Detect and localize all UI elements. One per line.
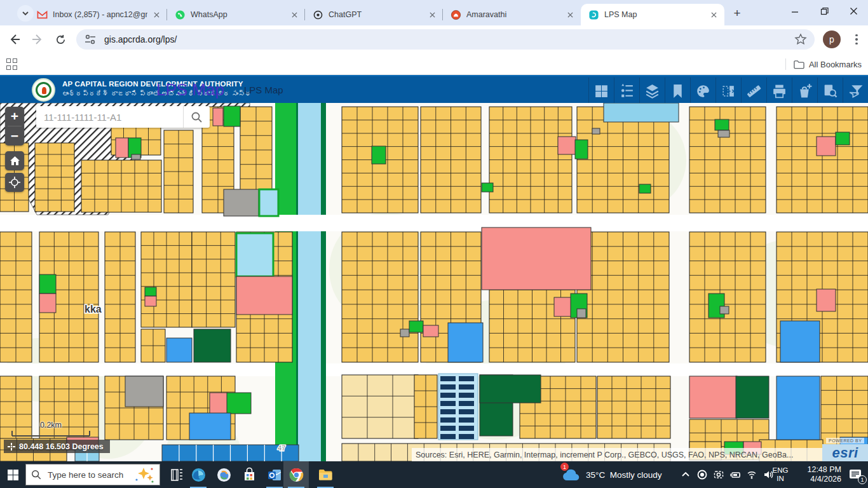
chevron-up-tray-icon[interactable]	[677, 461, 694, 488]
tab-lps-map[interactable]: LPS Map	[581, 4, 724, 25]
parcel-search-button[interactable]	[183, 106, 210, 128]
legend-icon[interactable]	[614, 78, 639, 104]
tab-strip: Inbox (2,857) - apnc12@gmaWhatsAppChatGP…	[0, 0, 868, 25]
taskbar-clock[interactable]: 12:48 PM 4/4/2026	[794, 461, 841, 488]
parcel-block	[192, 232, 235, 327]
new-tab-button[interactable]: +	[729, 6, 745, 21]
scale-label: 0.2km	[11, 421, 90, 430]
parcel-search-input[interactable]	[36, 106, 183, 128]
tab-close-icon[interactable]	[151, 10, 162, 20]
start-button[interactable]	[0, 461, 25, 488]
site-settings-icon[interactable]	[84, 34, 98, 44]
parcel-block	[776, 107, 868, 213]
gmail-favicon	[37, 10, 48, 20]
tab-close-icon[interactable]	[427, 10, 438, 20]
tab-close-icon[interactable]	[289, 10, 300, 20]
tab-amaravathi[interactable]: Amaravathi	[443, 4, 581, 25]
site-header: AP CAPITAL REGION DEVELOPMENT AUTHORITY …	[0, 75, 868, 103]
record-tray-icon[interactable]	[694, 461, 710, 488]
parcel-block	[342, 375, 418, 438]
action-center-button[interactable]: 1	[843, 461, 868, 488]
window-close-button[interactable]	[839, 0, 868, 22]
tab-close-icon[interactable]	[565, 10, 576, 20]
browser-toolbar: gis.apcrda.org/lps/ p	[0, 25, 868, 53]
back-icon[interactable]	[5, 30, 24, 49]
tab-title: LPS Map	[604, 10, 705, 19]
clock-time: 12:48 PM	[807, 465, 841, 475]
tab-title: Inbox (2,857) - apnc12@gma	[53, 10, 147, 19]
wifi-tray-icon[interactable]	[743, 461, 760, 488]
amaravathi-favicon	[451, 10, 461, 20]
tab-title: WhatsApp	[191, 10, 285, 19]
parcel-block	[81, 160, 161, 212]
copilot-taskbar-icon[interactable]	[211, 461, 236, 488]
all-bookmarks-label: All Bookmarks	[809, 60, 862, 69]
query-icon[interactable]	[817, 78, 843, 104]
map-label: kka	[85, 304, 102, 315]
parcel-block	[577, 107, 669, 213]
store-taskbar-icon[interactable]	[236, 461, 262, 488]
taskbar-search[interactable]	[25, 464, 160, 485]
weather-widget[interactable]: 1 35°C Mostly cloudy	[562, 461, 661, 488]
window-minimize-button[interactable]	[780, 0, 810, 22]
map-label: 47	[278, 444, 285, 452]
chrome-taskbar-icon[interactable]	[283, 461, 309, 488]
copilot-sparkle-icon[interactable]	[133, 466, 154, 483]
lps-map-canvas[interactable]: kka47	[0, 103, 868, 461]
taskbar-search-input[interactable]	[46, 470, 133, 480]
home-button[interactable]	[5, 151, 24, 170]
print-icon[interactable]	[766, 78, 792, 104]
tab-whatsapp[interactable]: WhatsApp	[167, 4, 305, 25]
locate-button[interactable]	[5, 173, 24, 192]
zoom-out-button[interactable]: −	[5, 126, 24, 146]
clock-date: 4/4/2026	[810, 475, 841, 484]
parcel-block	[421, 107, 481, 213]
map-viewport[interactable]: kka47 + − 0.2km 80.448 16.503 Degrees	[0, 103, 868, 461]
chatgpt-favicon	[313, 10, 323, 20]
bookmark-star-icon[interactable]	[794, 33, 807, 46]
all-bookmarks-button[interactable]: All Bookmarks	[785, 53, 862, 75]
url-text[interactable]: gis.apcrda.org/lps/	[104, 34, 794, 44]
parcel-block	[0, 232, 32, 362]
crosshair-icon	[8, 443, 15, 451]
window-restore-button[interactable]	[810, 0, 839, 22]
powered-by-label: POWERED BY	[826, 438, 864, 444]
esri-logo: esri	[822, 444, 868, 461]
bookmarks-icon[interactable]	[665, 78, 690, 104]
filter-icon[interactable]	[843, 78, 868, 104]
edge-taskbar-icon[interactable]	[186, 461, 211, 488]
reload-icon[interactable]	[51, 30, 70, 49]
draw-icon[interactable]	[690, 78, 715, 104]
apps-grid-icon[interactable]	[6, 58, 18, 70]
forward-icon[interactable]	[28, 30, 47, 49]
snip-tray-icon[interactable]	[710, 461, 727, 488]
parcel-block	[35, 143, 74, 212]
parcel-block	[141, 329, 165, 362]
page-title: LPS Map	[156, 80, 224, 100]
parcel-block	[141, 232, 192, 327]
profile-avatar[interactable]: p	[823, 30, 841, 48]
language-indicator[interactable]: ENGIN	[768, 461, 793, 488]
parcel-block	[240, 107, 272, 193]
parcel-block	[0, 376, 32, 440]
tab-inbox-2-857-apnc12-gma[interactable]: Inbox (2,857) - apnc12@gma	[29, 4, 167, 25]
basemap-gallery-icon[interactable]	[588, 78, 614, 104]
parcel-block	[39, 376, 98, 440]
tab-close-icon[interactable]	[709, 10, 719, 20]
scale-bar	[11, 431, 90, 437]
layers-icon[interactable]	[639, 78, 665, 104]
add-data-icon[interactable]	[792, 78, 817, 104]
browser-menu-icon[interactable]	[850, 31, 863, 48]
zoom-in-button[interactable]: +	[5, 107, 24, 126]
parcel-block	[489, 107, 572, 213]
folder-icon	[794, 60, 804, 69]
whatsapp-favicon	[175, 10, 186, 20]
swipe-icon[interactable]	[715, 78, 741, 104]
battery-tray-icon[interactable]	[727, 461, 743, 488]
parcel-block	[164, 130, 193, 213]
tab-chatgpt[interactable]: ChatGPT	[305, 4, 443, 25]
address-bar[interactable]: gis.apcrda.org/lps/	[76, 29, 815, 50]
zoom-control: + −	[5, 107, 24, 146]
measure-icon[interactable]	[741, 78, 766, 104]
explorer-taskbar-icon[interactable]	[313, 461, 338, 488]
